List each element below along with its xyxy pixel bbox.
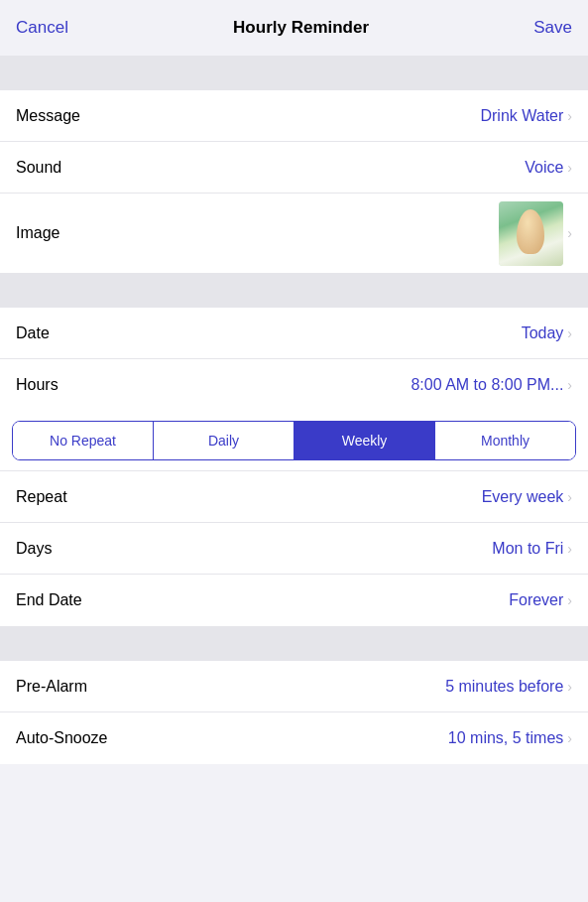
card-schedule: Date Today › Hours 8:00 AM to 8:00 PM...… [0, 308, 588, 411]
image-chevron-icon: › [567, 225, 572, 241]
image-label: Image [16, 224, 59, 242]
days-value-group: Mon to Fri › [492, 540, 572, 558]
page-title: Hourly Reminder [233, 18, 369, 38]
section-divider-top [0, 56, 588, 90]
repeat-segmented-control: No Repeat Daily Weekly Monthly [12, 421, 576, 460]
auto-snooze-value: 10 mins, 5 times [448, 729, 563, 747]
thumbnail-image [499, 201, 563, 266]
sound-value: Voice [525, 159, 563, 177]
auto-snooze-row[interactable]: Auto-Snooze 10 mins, 5 times › [0, 712, 588, 764]
image-value-group: › [499, 201, 572, 266]
date-label: Date [16, 324, 50, 342]
repeat-segment-card: No Repeat Daily Weekly Monthly [0, 411, 588, 471]
cancel-button[interactable]: Cancel [16, 18, 68, 38]
date-chevron-icon: › [567, 325, 572, 341]
hours-value-group: 8:00 AM to 8:00 PM... › [411, 376, 572, 394]
repeat-value: Every week [482, 488, 564, 506]
repeat-label: Repeat [16, 488, 67, 506]
repeat-row[interactable]: Repeat Every week › [0, 471, 588, 523]
no-repeat-segment[interactable]: No Repeat [13, 422, 154, 459]
card-basic-info: Message Drink Water › Sound Voice › Imag… [0, 90, 588, 273]
end-date-label: End Date [16, 591, 82, 609]
weekly-segment[interactable]: Weekly [294, 422, 435, 459]
pre-alarm-value-group: 5 minutes before › [445, 678, 572, 696]
end-date-value-group: Forever › [509, 591, 572, 609]
repeat-chevron-icon: › [567, 489, 572, 505]
date-value-group: Today › [522, 324, 572, 342]
pre-alarm-chevron-icon: › [567, 679, 572, 695]
sound-label: Sound [16, 159, 61, 177]
daily-segment[interactable]: Daily [154, 422, 294, 459]
sound-row[interactable]: Sound Voice › [0, 142, 588, 193]
pre-alarm-row[interactable]: Pre-Alarm 5 minutes before › [0, 661, 588, 712]
days-value: Mon to Fri [492, 540, 563, 558]
section-divider-1 [0, 273, 588, 308]
end-date-row[interactable]: End Date Forever › [0, 575, 588, 626]
end-date-chevron-icon: › [567, 592, 572, 608]
days-row[interactable]: Days Mon to Fri › [0, 523, 588, 575]
message-row[interactable]: Message Drink Water › [0, 90, 588, 142]
section-divider-2 [0, 626, 588, 661]
pre-alarm-label: Pre-Alarm [16, 678, 87, 696]
auto-snooze-label: Auto-Snooze [16, 729, 108, 747]
hours-row[interactable]: Hours 8:00 AM to 8:00 PM... › [0, 359, 588, 411]
hours-label: Hours [16, 376, 59, 394]
card-repeat-details: Repeat Every week › Days Mon to Fri › En… [0, 471, 588, 626]
days-chevron-icon: › [567, 541, 572, 557]
repeat-value-group: Every week › [482, 488, 572, 506]
image-thumbnail [499, 201, 563, 266]
monthly-segment[interactable]: Monthly [435, 422, 575, 459]
hours-value: 8:00 AM to 8:00 PM... [411, 376, 563, 394]
auto-snooze-value-group: 10 mins, 5 times › [448, 729, 572, 747]
save-button[interactable]: Save [533, 18, 572, 38]
sound-chevron-icon: › [567, 160, 572, 176]
sound-value-group: Voice › [525, 159, 572, 177]
days-label: Days [16, 540, 52, 558]
hours-chevron-icon: › [567, 377, 572, 393]
pre-alarm-value: 5 minutes before [445, 678, 563, 696]
end-date-value: Forever [509, 591, 563, 609]
message-chevron-icon: › [567, 108, 572, 124]
card-alarm-settings: Pre-Alarm 5 minutes before › Auto-Snooze… [0, 661, 588, 764]
date-row[interactable]: Date Today › [0, 308, 588, 359]
image-row[interactable]: Image › [0, 193, 588, 273]
date-value: Today [522, 324, 564, 342]
auto-snooze-chevron-icon: › [567, 730, 572, 746]
nav-bar: Cancel Hourly Reminder Save [0, 0, 588, 56]
message-label: Message [16, 107, 80, 125]
message-value-group: Drink Water › [480, 107, 572, 125]
message-value: Drink Water [480, 107, 563, 125]
